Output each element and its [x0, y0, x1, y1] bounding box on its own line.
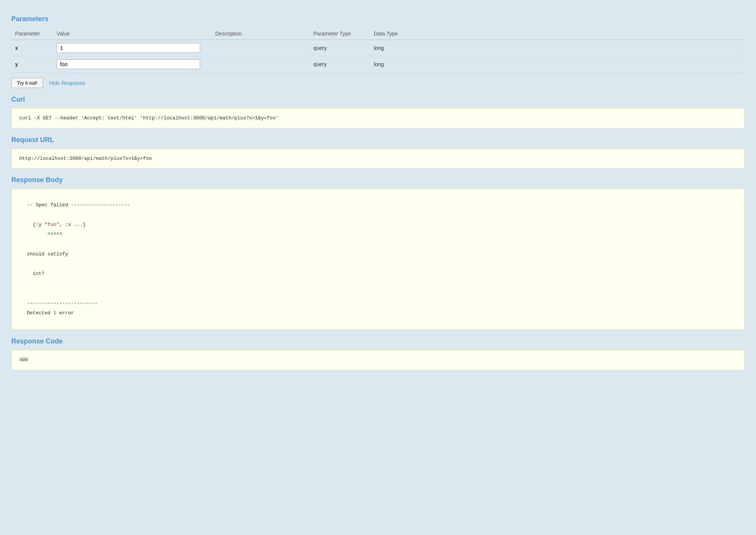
param-value-input-0[interactable]: [57, 43, 200, 53]
response-body-error-count: 1: [53, 310, 56, 316]
try-it-out-button[interactable]: Try it out!: [11, 78, 43, 88]
response-body-line9: [27, 279, 729, 289]
response-body-line4: ^^^^^: [27, 230, 729, 240]
parameters-title: Parameters: [11, 15, 745, 23]
param-name-0: x: [15, 45, 18, 51]
table-row: y query long: [11, 56, 745, 73]
curl-command: curl -X GET --header 'Accept: text/html'…: [11, 108, 745, 128]
param-name-1: y: [15, 61, 18, 67]
param-type-1: query: [310, 56, 370, 73]
curl-section: Curl curl -X GET --header 'Accept: text/…: [11, 96, 745, 128]
curl-title: Curl: [11, 96, 745, 104]
response-body-line2: [27, 210, 729, 220]
param-description-0: [211, 40, 310, 56]
response-body-line7: [27, 259, 729, 269]
parameters-table: Parameter Value Description Parameter Ty…: [11, 28, 745, 73]
hide-response-link[interactable]: Hide Response: [49, 80, 85, 86]
response-body-line12: Detected 1 error: [27, 308, 729, 318]
param-type-0: query: [310, 40, 370, 56]
response-body-title: Response Body: [11, 176, 745, 184]
response-body-line10: [27, 289, 729, 298]
response-body-content: -- Spec failed -------------------- {:y …: [11, 189, 745, 330]
response-body-line5: [27, 240, 729, 249]
request-url-section: Request URL http://localhost:3000/api/ma…: [11, 136, 745, 169]
response-code-value: 400: [11, 350, 745, 370]
param-description-1: [211, 56, 310, 73]
col-header-parameter: Parameter: [11, 28, 53, 40]
response-body-line3: {:y "foo", :x ...}: [27, 220, 729, 230]
param-value-input-1[interactable]: [57, 59, 200, 69]
table-row: x query long: [11, 40, 745, 56]
col-header-value: Value: [53, 28, 211, 40]
request-url-value: http://localhost:3000/api/math/plus?x=1&…: [11, 148, 745, 169]
param-data-type-0: long: [370, 40, 745, 56]
response-code-title: Response Code: [11, 337, 745, 345]
col-header-data-type: Data Type: [370, 28, 745, 40]
col-header-parameter-type: Parameter Type: [310, 28, 370, 40]
request-url-title: Request URL: [11, 136, 745, 144]
response-body-line11: ------------------------: [27, 298, 729, 308]
param-data-type-1: long: [370, 56, 745, 73]
response-code-section: Response Code 400: [11, 337, 745, 370]
parameters-section: Parameters Parameter Value Description P…: [11, 15, 745, 88]
response-body-foo: "foo": [45, 222, 59, 227]
response-body-line6: should satisfy: [27, 249, 729, 259]
response-body-line1: -- Spec failed --------------------: [27, 200, 729, 210]
response-body-line8: int?: [27, 269, 729, 279]
col-header-description: Description: [211, 28, 310, 40]
response-body-section: Response Body -- Spec failed -----------…: [11, 176, 745, 330]
actions-row: Try it out! Hide Response: [11, 78, 745, 88]
